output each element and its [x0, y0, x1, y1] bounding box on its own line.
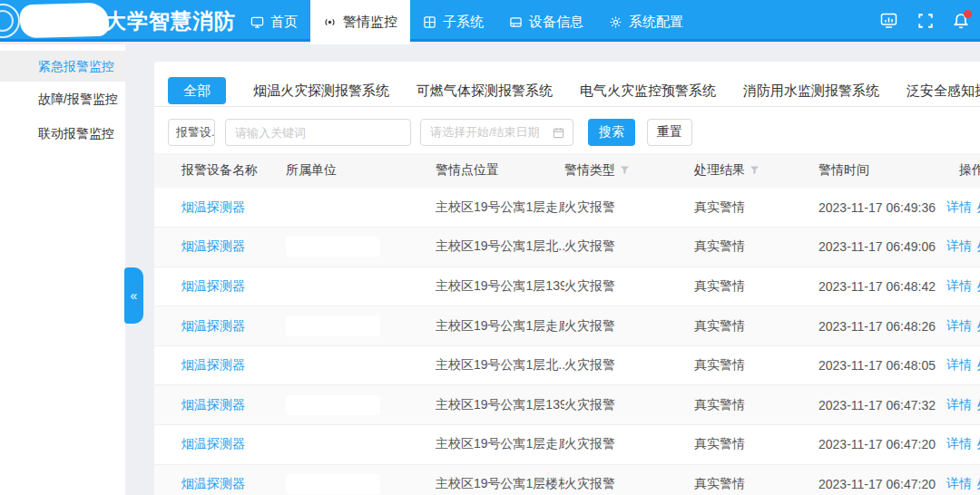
- device-name-link[interactable]: 烟温探测器: [181, 199, 245, 214]
- table-row: 烟温探测器主校区19号公寓1层走廊4火灾报警真实警情2023-11-17 06:…: [154, 306, 980, 346]
- search-button[interactable]: 搜索: [588, 119, 635, 146]
- home-icon: [250, 15, 264, 29]
- sidebar-item-label: 故障/报警监控: [38, 92, 118, 106]
- keyword-input[interactable]: [225, 119, 411, 146]
- table-row: 烟温探测器主校区19号公寓1层北...火灾报警真实警情2023-11-17 06…: [154, 345, 980, 385]
- date-range-picker[interactable]: 请选择开始/结束日期: [420, 119, 573, 146]
- sidebar-item-label: 紧急报警监控: [38, 59, 114, 73]
- actions-cell: 详情处理: [946, 306, 980, 346]
- table-row: 烟温探测器主校区19号公寓1层走廊4火灾报警真实警情2023-11-17 06:…: [154, 425, 980, 465]
- tabs-divider: [154, 106, 980, 107]
- table-row: 烟温探测器主校区19号公寓1层139火灾报警真实警情2023-11-17 06:…: [154, 267, 980, 306]
- device-name-link[interactable]: 烟温探测器: [181, 278, 245, 293]
- subsystem-icon: [423, 15, 436, 29]
- alarm-table-body: 烟温探测器主校区19号公寓1层走廊4火灾报警真实警情2023-11-17 06:…: [154, 188, 980, 495]
- nav-item-label: 警情监控: [343, 14, 397, 31]
- nav-item-label: 首页: [270, 14, 298, 31]
- nav-item-0[interactable]: 首页: [238, 0, 310, 44]
- tab-3[interactable]: 电气火灾监控预警系统: [580, 77, 716, 104]
- sidebar-item-0[interactable]: 紧急报警监控: [0, 51, 125, 82]
- location-cell: 主校区19号公寓1层楼梯3: [436, 464, 564, 495]
- tab-label: 可燃气体探测报警系统: [416, 82, 553, 98]
- action-link-0[interactable]: 详情: [946, 476, 972, 490]
- column-label: 警情类型: [564, 162, 615, 177]
- alarm-type-cell: 火灾报警: [564, 267, 694, 306]
- location-cell: 主校区19号公寓1层北...: [436, 345, 564, 385]
- alarm-type-cell: 火灾报警: [564, 306, 694, 346]
- device-name-link[interactable]: 烟温探测器: [181, 436, 245, 451]
- device-name-link[interactable]: 烟温探测器: [181, 476, 245, 490]
- column-header-6: 操作: [946, 153, 980, 188]
- table-row: 烟温探测器主校区19号公寓1层北...火灾报警真实警情2023-11-17 06…: [154, 228, 980, 267]
- action-link-0[interactable]: 详情: [946, 199, 972, 214]
- column-label: 报警设备名称: [181, 162, 258, 177]
- app-title: 大学智慧消防: [105, 0, 236, 42]
- column-label: 操作: [959, 162, 980, 177]
- fullscreen-icon[interactable]: [917, 13, 934, 29]
- actions-cell: 详情处理: [946, 385, 980, 425]
- table-header-row: 报警设备名称所属单位警情点位置警情类型处理结果警情时间操作: [154, 153, 980, 188]
- sidebar-item-2[interactable]: 联动报警监控: [0, 116, 125, 150]
- alarm-type-select[interactable]: 报警设...: [168, 119, 215, 146]
- content-card: 全部烟温火灾探测报警系统可燃气体探测报警系统电气火灾监控预警系统消防用水监测报警…: [154, 62, 980, 495]
- action-link-0[interactable]: 详情: [946, 278, 972, 293]
- reset-button[interactable]: 重置: [647, 119, 692, 146]
- tab-1[interactable]: 烟温火灾探测报警系统: [253, 77, 389, 104]
- column-label: 警情点位置: [436, 162, 499, 177]
- device-name-link[interactable]: 烟温探测器: [181, 318, 245, 333]
- nav-item-4[interactable]: 系统配置: [596, 0, 696, 44]
- actions-cell: 详情处理: [946, 425, 980, 465]
- notification-bell-icon[interactable]: [953, 13, 969, 30]
- device-info-icon: [509, 15, 523, 29]
- nav-item-1[interactable]: 警情监控: [310, 0, 410, 44]
- column-header-3: 警情类型: [564, 153, 694, 188]
- tab-5[interactable]: 泛安全感知探测报警系统: [906, 77, 980, 104]
- column-label: 所属单位: [286, 162, 337, 177]
- system-config-icon: [609, 15, 622, 29]
- tab-2[interactable]: 可燃气体探测报警系统: [416, 77, 553, 104]
- nav-item-2[interactable]: 子系统: [410, 0, 496, 44]
- device-name-link[interactable]: 烟温探测器: [181, 238, 245, 253]
- device-name-link[interactable]: 烟温探测器: [181, 357, 245, 372]
- result-cell: 真实警情: [694, 267, 818, 306]
- column-label: 处理结果: [694, 162, 745, 177]
- action-link-0[interactable]: 详情: [946, 318, 972, 333]
- alarm-type-cell: 火灾报警: [564, 188, 694, 228]
- sidebar-collapse-button[interactable]: «: [124, 267, 143, 324]
- column-header-2: 警情点位置: [436, 153, 564, 188]
- tab-label: 烟温火灾探测报警系统: [253, 82, 389, 98]
- device-name-link[interactable]: 烟温探测器: [181, 397, 245, 412]
- table-row: 烟温探测器主校区19号公寓1层楼梯3火灾报警真实警情2023-11-17 06:…: [154, 464, 980, 495]
- filter-funnel-icon[interactable]: [615, 162, 630, 177]
- result-cell: 真实警情: [694, 188, 818, 228]
- redaction-blob: [20, 3, 110, 39]
- university-emblem-logo: [0, 4, 20, 38]
- time-cell: 2023-11-17 06:48:05: [818, 345, 946, 385]
- action-link-0[interactable]: 详情: [946, 436, 972, 451]
- action-link-0[interactable]: 详情: [946, 397, 972, 412]
- alarm-table: 报警设备名称所属单位警情点位置警情类型处理结果警情时间操作 烟温探测器主校区19…: [154, 153, 980, 495]
- tab-0[interactable]: 全部: [168, 77, 226, 104]
- location-cell: 主校区19号公寓1层139: [436, 267, 564, 306]
- sidebar-item-1[interactable]: 故障/报警监控: [0, 82, 125, 116]
- result-cell: 真实警情: [694, 425, 818, 465]
- location-cell: 主校区19号公寓1层走廊4: [436, 425, 564, 465]
- action-link-0[interactable]: 详情: [946, 357, 972, 372]
- unit-cell: [286, 464, 436, 495]
- time-cell: 2023-11-17 06:47:32: [818, 385, 946, 425]
- tab-4[interactable]: 消防用水监测报警系统: [743, 77, 879, 104]
- result-cell: 真实警情: [694, 228, 818, 267]
- column-header-0: 报警设备名称: [154, 153, 286, 188]
- redaction-blob: [286, 237, 380, 257]
- nav-item-3[interactable]: 设备信息: [496, 0, 596, 44]
- time-cell: 2023-11-17 06:49:06: [818, 228, 946, 267]
- unit-cell: [286, 267, 436, 306]
- location-cell: 主校区19号公寓1层走廊4: [436, 306, 564, 346]
- dashboard-icon[interactable]: [879, 12, 898, 30]
- system-tabs: 全部烟温火灾探测报警系统可燃气体探测报警系统电气火灾监控预警系统消防用水监测报警…: [154, 62, 980, 104]
- filter-funnel-icon[interactable]: [745, 162, 760, 177]
- alarm-type-cell: 火灾报警: [564, 425, 694, 465]
- unit-cell: [286, 385, 436, 425]
- top-toolbar: [879, 0, 969, 42]
- action-link-0[interactable]: 详情: [946, 238, 972, 253]
